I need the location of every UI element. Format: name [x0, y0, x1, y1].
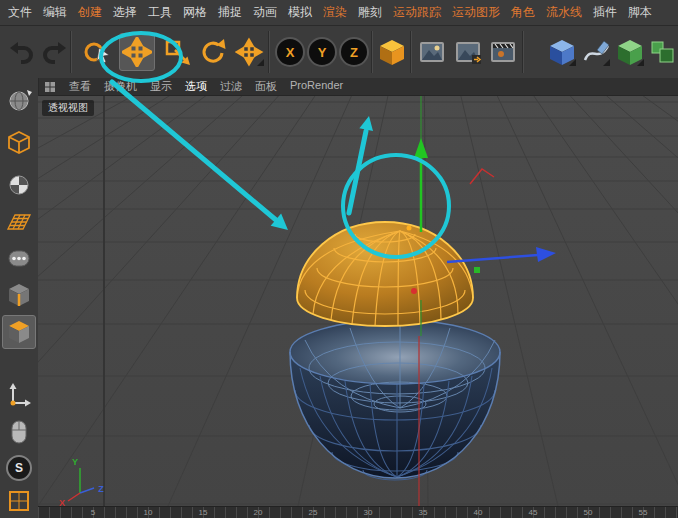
redo-icon: [39, 37, 69, 67]
add-cube-primitive-button[interactable]: [544, 33, 580, 71]
toolbar-separator: [268, 31, 270, 73]
menu-item[interactable]: 运动图形: [452, 4, 500, 21]
last-used-tool-button[interactable]: [232, 33, 268, 71]
gizmo-y-arrowhead[interactable]: [414, 138, 428, 158]
live-selection-button[interactable]: [79, 33, 115, 71]
workplane-lock-button[interactable]: [2, 485, 36, 518]
toolbar-separator: [371, 31, 373, 73]
timeline-tick: 10: [93, 507, 148, 518]
render-settings-icon: [488, 37, 518, 67]
menu-item[interactable]: 脚本: [628, 4, 652, 21]
mograph-array-icon: [649, 37, 678, 67]
mograph-array-button[interactable]: [646, 33, 678, 71]
menu-item[interactable]: 角色: [511, 4, 535, 21]
redo-button[interactable]: [36, 33, 72, 71]
last-tool-move-icon: [235, 37, 265, 67]
texture-mode-button[interactable]: [2, 168, 36, 202]
triad-x-label: X: [59, 498, 65, 506]
edge-mode-button[interactable]: [2, 278, 36, 312]
menu-item[interactable]: 雕刻: [358, 4, 382, 21]
viewport-menu-item[interactable]: 面板: [255, 79, 277, 94]
workplane-icon: [5, 208, 33, 236]
render-view-button[interactable]: [414, 33, 450, 71]
snap-icon: S: [6, 455, 32, 481]
spline-pen-button[interactable]: [578, 33, 614, 71]
sphere-top-half[interactable]: [297, 222, 473, 326]
polygon-mode-button[interactable]: [2, 315, 36, 349]
y-axis-lock-icon: Y: [307, 37, 337, 67]
rotate-icon: [198, 37, 228, 67]
timeline-tick: 5: [38, 507, 93, 518]
lock-x-axis-button[interactable]: X: [272, 33, 308, 71]
viewport-panel-icon: [44, 81, 56, 93]
mode-palette-sidebar: S: [0, 78, 39, 518]
viewport-menu-item[interactable]: ProRender: [290, 79, 343, 94]
sphere-bottom-half[interactable]: [290, 320, 500, 480]
spline-pen-icon: [581, 37, 611, 67]
toolbar-separator: [522, 31, 524, 73]
viewport-3d[interactable]: Y Z X 透视视图: [38, 96, 678, 506]
workplane-mode-button[interactable]: [2, 205, 36, 239]
menu-item[interactable]: 编辑: [43, 4, 67, 21]
cube-primitive-icon: [547, 37, 577, 67]
gizmo-x-handle[interactable]: [411, 288, 417, 294]
render-to-picture-viewer-button[interactable]: [450, 33, 486, 71]
undo-button[interactable]: [4, 33, 40, 71]
edge-mode-icon: [5, 281, 33, 309]
subdivision-surface-button[interactable]: [612, 33, 648, 71]
menu-item[interactable]: 选择: [113, 4, 137, 21]
point-mode-icon: [5, 244, 33, 272]
render-picture-viewer-icon: [453, 37, 483, 67]
snap-letter: S: [15, 462, 23, 474]
viewport-menu-item[interactable]: 摄像机: [104, 79, 137, 94]
menu-item[interactable]: 渲染: [323, 4, 347, 21]
lock-z-axis-button[interactable]: Z: [336, 33, 372, 71]
timeline-tick: 40: [423, 507, 478, 518]
viewport-menu-item[interactable]: 显示: [150, 79, 172, 94]
coordinate-cube-icon: [377, 37, 407, 67]
timeline-ruler[interactable]: 5 10 15 20 25 30 35 40 45 50 55: [38, 506, 678, 518]
toolbar-separator: [70, 31, 72, 73]
gizmo-z-arrowhead[interactable]: [536, 247, 556, 262]
texture-mode-icon: [5, 171, 33, 199]
viewport-view-label[interactable]: 透视视图: [42, 100, 94, 116]
scale-tool-button[interactable]: [159, 33, 195, 71]
timeline-tick: 50: [533, 507, 588, 518]
edit-render-settings-button[interactable]: [485, 33, 521, 71]
viewport-solo-button[interactable]: [2, 415, 36, 449]
timeline-tick: 15: [148, 507, 203, 518]
gizmo-plane-handle[interactable]: [474, 267, 480, 273]
point-mode-button[interactable]: [2, 241, 36, 275]
viewport-menu-item[interactable]: 过滤: [220, 79, 242, 94]
move-tool-button[interactable]: [119, 33, 155, 71]
x-axis-letter: X: [286, 46, 295, 59]
menu-item[interactable]: 文件: [8, 4, 32, 21]
enable-axis-button[interactable]: [2, 378, 36, 412]
timeline-tick: 30: [313, 507, 368, 518]
viewport-menu-item[interactable]: 选项: [185, 79, 207, 94]
menu-item[interactable]: 动画: [253, 4, 277, 21]
menu-item[interactable]: 流水线: [546, 4, 582, 21]
triad-z-label: Z: [98, 484, 104, 494]
viewport-menu-item[interactable]: 查看: [69, 79, 91, 94]
triad-y-label: Y: [72, 457, 78, 467]
timeline-tick: 45: [478, 507, 533, 518]
lock-y-axis-button[interactable]: Y: [304, 33, 340, 71]
y-axis-letter: Y: [318, 46, 327, 59]
undo-icon: [7, 37, 37, 67]
model-mode-button[interactable]: [2, 126, 36, 160]
menu-item[interactable]: 创建: [78, 4, 102, 21]
coordinate-system-button[interactable]: [374, 33, 410, 71]
enable-snap-button[interactable]: S: [2, 451, 36, 485]
rotate-tool-button[interactable]: [195, 33, 231, 71]
live-selection-icon: [82, 37, 112, 67]
menu-item[interactable]: 网格: [183, 4, 207, 21]
menu-item[interactable]: 模拟: [288, 4, 312, 21]
menu-item[interactable]: 捕捉: [218, 4, 242, 21]
menu-item[interactable]: 运动跟踪: [393, 4, 441, 21]
make-editable-button[interactable]: [2, 83, 36, 117]
toolbar-separator: [410, 31, 412, 73]
menu-item[interactable]: 工具: [148, 4, 172, 21]
gizmo-center-dot[interactable]: [407, 226, 412, 231]
menu-item[interactable]: 插件: [593, 4, 617, 21]
